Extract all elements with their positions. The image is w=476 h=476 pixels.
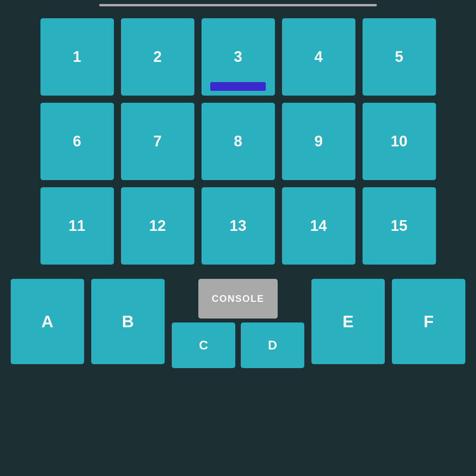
seat-12[interactable]: 12 [121,187,194,265]
seat-A[interactable]: A [11,279,84,364]
row-3: 11 12 13 14 15 [40,187,436,265]
seat-2[interactable]: 2 [121,18,194,96]
seat-E[interactable]: E [311,279,385,364]
seat-D[interactable]: D [241,322,304,368]
seat-C[interactable]: C [172,322,235,368]
seat-3[interactable]: 3 [202,18,275,96]
console-box[interactable]: CONSOLE [198,279,278,319]
seat-5[interactable]: 5 [363,18,436,96]
seat-10[interactable]: 10 [363,103,436,180]
seat-1[interactable]: 1 [40,18,114,96]
top-bar [99,4,377,6]
seat-11[interactable]: 11 [40,187,114,265]
seat-8[interactable]: 8 [202,103,275,180]
seat-9[interactable]: 9 [282,103,355,180]
row-2: 6 7 8 9 10 [40,103,436,180]
bottom-section: A B CONSOLE C D E F [11,279,465,368]
seat-6[interactable]: 6 [40,103,114,180]
seat-7[interactable]: 7 [121,103,194,180]
seat-13[interactable]: 13 [202,187,275,265]
seat-4[interactable]: 4 [282,18,355,96]
seat-15[interactable]: 15 [363,187,436,265]
console-sub-row: C D [172,322,304,368]
seat-F[interactable]: F [392,279,465,364]
row-1: 1 2 3 4 5 [40,18,436,96]
seat-14[interactable]: 14 [282,187,355,265]
main-grid-area: 1 2 3 4 5 6 7 8 9 10 11 12 13 14 15 A B … [0,18,476,368]
console-group: CONSOLE C D [172,279,304,368]
seat-B[interactable]: B [91,279,165,364]
